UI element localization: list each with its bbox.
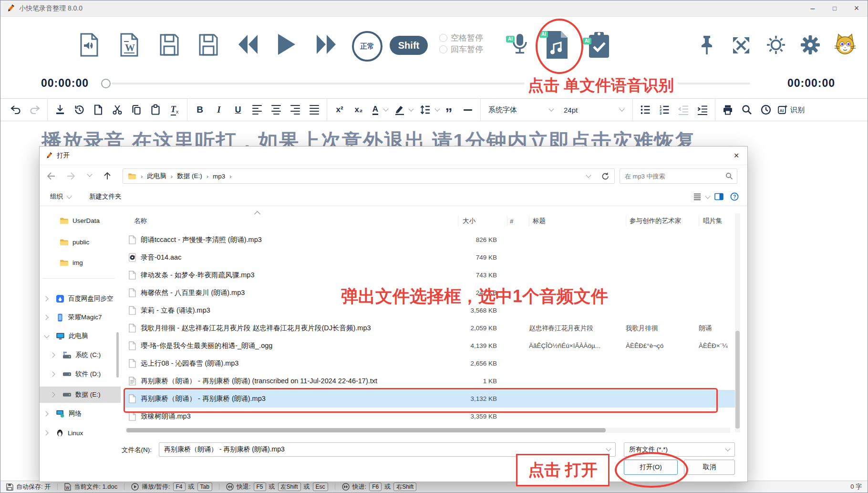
highlight-button[interactable] <box>392 100 408 119</box>
undo-button[interactable] <box>6 100 25 119</box>
close-button[interactable]: × <box>846 0 868 16</box>
file-row[interactable]: 璎-珞-你是我今生最美丽的相遇-_朗诵_.ogg 4,139 KB ÄãÊÇÎÒ… <box>124 337 738 355</box>
history-restore-button[interactable] <box>70 100 89 119</box>
ai-recognize-button[interactable]: AI 识别 <box>775 100 806 119</box>
help-button[interactable]: ? <box>730 192 739 201</box>
new-document-button[interactable] <box>89 100 108 119</box>
user-avatar[interactable] <box>834 33 857 56</box>
sidebar-item-baidu-netdisk[interactable]: 百度网盘同步空 <box>40 291 121 307</box>
playback-slider-knob[interactable] <box>101 79 111 88</box>
search-box[interactable] <box>620 168 737 184</box>
italic-button[interactable]: I <box>209 100 228 119</box>
file-list-vertical-scrollbar[interactable] <box>735 213 740 432</box>
speed-normal-button[interactable]: 正常 <box>352 31 382 62</box>
breadcrumb-item-drive-e[interactable]: 数据 (E:) <box>177 172 202 180</box>
sidebar-item-drive-e[interactable]: 数据 (E:) <box>40 387 121 403</box>
maximize-button[interactable]: □ <box>824 0 846 16</box>
font-family-select[interactable]: 系统字体 <box>484 100 559 119</box>
rewind-button[interactable] <box>238 34 258 55</box>
sidebar-item-public[interactable]: public <box>40 234 121 250</box>
sidebar-item-phone-magic7[interactable]: 荣耀Magic7 <box>40 309 121 325</box>
settings-button[interactable] <box>800 35 820 55</box>
organize-menu[interactable]: 组织 <box>50 192 71 201</box>
dialog-close-button[interactable]: × <box>725 147 747 165</box>
file-row[interactable]: 录音-014.aac 749 KB <box>124 249 738 266</box>
paste-button[interactable] <box>146 100 165 119</box>
save-as-button[interactable] <box>199 34 218 56</box>
fullscreen-button[interactable] <box>732 36 751 55</box>
editor-area[interactable]: 播放录音 在这里听打，如果上次意外退出 请1分钟内立即点击灾难恢复 <box>0 122 868 146</box>
column-header-artists[interactable]: 参与创作的艺术家 <box>626 216 699 226</box>
sidebar-item-img[interactable]: img <box>40 254 121 271</box>
font-size-select[interactable]: 24pt <box>559 100 630 119</box>
outdent-button[interactable] <box>674 100 693 119</box>
forward-button[interactable] <box>66 171 76 181</box>
save-button[interactable] <box>160 34 179 56</box>
breadcrumb-item-mp3[interactable]: mp3 <box>213 173 225 180</box>
address-dropdown-icon[interactable] <box>586 172 591 178</box>
breadcrumb-item-this-pc[interactable]: 此电脑 <box>147 172 166 180</box>
file-row[interactable]: 朗诵tccacct - 声慢慢-李清照 (朗诵).mp3 826 KB <box>124 231 738 249</box>
sidebar-scrollbar[interactable] <box>116 332 119 378</box>
cancel-button[interactable]: 取消 <box>684 460 735 475</box>
file-row[interactable]: 再别康桥（朗诵） - 再别康桥 (朗诵) (transcribed on 11-… <box>124 372 738 390</box>
font-color-button[interactable]: A <box>368 100 382 119</box>
file-row[interactable]: 我歌月徘徊 - 赵忠祥春江花月夜片段 赵忠祥春江花月夜片段(DJ长音频).mp3… <box>124 319 738 337</box>
sidebar-item-drive-d[interactable]: 软件 (D:) <box>40 366 121 382</box>
cut-button[interactable] <box>108 100 127 119</box>
shift-mode-button[interactable]: Shift <box>390 36 428 55</box>
bold-button[interactable]: B <box>190 100 209 119</box>
align-right-button[interactable] <box>286 100 305 119</box>
minimize-button[interactable]: – <box>802 0 824 16</box>
file-list-horizontal-scrollbar[interactable] <box>125 428 730 433</box>
radio-space-pause[interactable]: 空格暂停 <box>439 32 483 43</box>
refresh-icon[interactable] <box>601 172 610 180</box>
clear-format-button[interactable]: T x <box>165 100 184 119</box>
font-color-dropdown-icon[interactable] <box>383 106 388 111</box>
line-spacing-button[interactable] <box>417 100 434 119</box>
preview-pane-button[interactable] <box>714 193 723 200</box>
subscript-button[interactable]: x₂ <box>349 100 368 119</box>
justify-button[interactable] <box>305 100 324 119</box>
align-left-button[interactable] <box>248 100 267 119</box>
sidebar-item-network[interactable]: 网络 <box>40 406 121 422</box>
pin-window-button[interactable] <box>698 35 716 56</box>
sidebar-item-linux[interactable]: Linux <box>40 425 121 436</box>
indent-button[interactable] <box>693 100 712 119</box>
column-header-album[interactable]: 唱片集 <box>699 216 738 226</box>
horizontal-rule-button[interactable] <box>458 100 477 119</box>
fast-forward-button[interactable] <box>316 34 337 55</box>
sidebar-item-drive-c[interactable]: 系统 (C:) <box>40 347 121 363</box>
redo-button[interactable] <box>25 100 44 119</box>
quote-button[interactable]: ” <box>439 100 458 119</box>
bullet-list-button[interactable] <box>636 100 655 119</box>
align-center-button[interactable] <box>267 100 286 119</box>
sidebar-item-this-pc[interactable]: 此电脑 <box>40 328 121 344</box>
column-header-name[interactable]: 名称 <box>124 216 458 226</box>
back-button[interactable] <box>46 171 56 181</box>
up-button[interactable] <box>103 171 112 181</box>
numbered-list-button[interactable]: 123 <box>655 100 674 119</box>
recent-locations-dropdown-icon[interactable] <box>87 171 92 177</box>
highlight-dropdown-icon[interactable] <box>408 106 413 111</box>
search-button[interactable] <box>737 100 756 119</box>
open-audio-file-button[interactable] <box>80 33 99 57</box>
file-row[interactable]: 远上行08 - 沁园春雪 (朗诵).mp3 2,656 KB <box>124 355 738 372</box>
play-button[interactable] <box>276 33 296 56</box>
recent-history-button[interactable] <box>756 100 775 119</box>
column-header-size[interactable]: 大小 <box>458 216 507 226</box>
column-header-title[interactable]: 标题 <box>529 216 626 226</box>
superscript-button[interactable]: x² <box>330 100 349 119</box>
export-word-button[interactable]: W <box>120 33 139 57</box>
view-mode-button[interactable] <box>693 192 710 201</box>
ai-microphone-button[interactable]: AI <box>510 33 530 55</box>
column-header-track[interactable]: # <box>507 216 529 226</box>
radio-enter-pause[interactable]: 回车暂停 <box>439 43 483 55</box>
breadcrumb[interactable]: › 此电脑 › 数据 (E:) › mp3 › <box>123 168 615 184</box>
import-text-button[interactable] <box>51 100 70 119</box>
search-input[interactable] <box>624 172 725 180</box>
ai-batch-recognition-button[interactable]: AI <box>587 31 611 59</box>
file-row[interactable]: 律动发条 - 如梦令·昨夜雨疏风骤.mp3 743 KB <box>124 266 738 284</box>
sidebar-item-userdata[interactable]: UserData <box>40 212 121 229</box>
copy-button[interactable] <box>127 100 146 119</box>
